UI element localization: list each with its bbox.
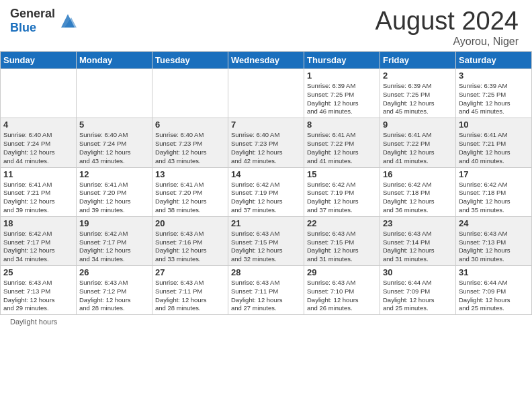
day-number: 23 — [383, 218, 453, 228]
calendar-cell — [1, 69, 77, 118]
day-info: Sunrise: 6:40 AMSunset: 7:24 PMDaylight:… — [3, 131, 55, 164]
month-year-title: August 2024 — [375, 7, 519, 36]
day-info: Sunrise: 6:41 AMSunset: 7:21 PMDaylight:… — [459, 131, 511, 164]
calendar-cell: 30Sunrise: 6:44 AMSunset: 7:09 PMDayligh… — [380, 266, 456, 315]
calendar-cell: 16Sunrise: 6:42 AMSunset: 7:18 PMDayligh… — [380, 167, 456, 216]
calendar-cell: 28Sunrise: 6:43 AMSunset: 7:11 PMDayligh… — [228, 266, 304, 315]
day-info: Sunrise: 6:42 AMSunset: 7:19 PMDaylight:… — [307, 181, 359, 214]
day-number: 29 — [307, 267, 377, 277]
location-title: Ayorou, Niger — [375, 36, 519, 48]
calendar-cell: 18Sunrise: 6:42 AMSunset: 7:17 PMDayligh… — [1, 216, 77, 265]
footer: Daylight hours — [0, 315, 532, 328]
calendar-cell: 3Sunrise: 6:39 AMSunset: 7:25 PMDaylight… — [456, 69, 532, 118]
day-of-week-header: Friday — [380, 52, 456, 69]
day-number: 14 — [231, 169, 301, 179]
day-info: Sunrise: 6:42 AMSunset: 7:17 PMDaylight:… — [3, 230, 55, 263]
day-number: 26 — [79, 267, 149, 277]
day-number: 15 — [307, 169, 377, 179]
day-number: 11 — [3, 169, 73, 179]
calendar-table: SundayMondayTuesdayWednesdayThursdayFrid… — [0, 51, 532, 315]
day-number: 6 — [155, 120, 225, 130]
day-number: 13 — [155, 169, 225, 179]
day-number: 18 — [3, 218, 73, 228]
calendar-cell: 8Sunrise: 6:41 AMSunset: 7:22 PMDaylight… — [304, 118, 380, 167]
calendar-cell: 24Sunrise: 6:43 AMSunset: 7:13 PMDayligh… — [456, 216, 532, 265]
day-info: Sunrise: 6:42 AMSunset: 7:19 PMDaylight:… — [231, 181, 283, 214]
day-info: Sunrise: 6:41 AMSunset: 7:22 PMDaylight:… — [383, 131, 435, 164]
calendar-cell: 23Sunrise: 6:43 AMSunset: 7:14 PMDayligh… — [380, 216, 456, 265]
day-of-week-header: Thursday — [304, 52, 380, 69]
calendar-cell: 17Sunrise: 6:42 AMSunset: 7:18 PMDayligh… — [456, 167, 532, 216]
title-section: August 2024 Ayorou, Niger — [375, 7, 519, 48]
day-info: Sunrise: 6:41 AMSunset: 7:20 PMDaylight:… — [79, 181, 131, 214]
calendar-cell: 15Sunrise: 6:42 AMSunset: 7:19 PMDayligh… — [304, 167, 380, 216]
calendar-cell: 6Sunrise: 6:40 AMSunset: 7:23 PMDaylight… — [152, 118, 228, 167]
logo-icon — [58, 11, 78, 31]
calendar-cell: 20Sunrise: 6:43 AMSunset: 7:16 PMDayligh… — [152, 216, 228, 265]
day-number: 9 — [383, 120, 453, 130]
day-of-week-header: Monday — [77, 52, 152, 69]
day-info: Sunrise: 6:43 AMSunset: 7:12 PMDaylight:… — [79, 279, 131, 312]
calendar-cell: 25Sunrise: 6:43 AMSunset: 7:13 PMDayligh… — [1, 266, 77, 315]
calendar-week-row: 11Sunrise: 6:41 AMSunset: 7:21 PMDayligh… — [1, 167, 532, 216]
calendar-cell: 1Sunrise: 6:39 AMSunset: 7:25 PMDaylight… — [304, 69, 380, 118]
calendar-cell — [77, 69, 152, 118]
calendar-cell: 26Sunrise: 6:43 AMSunset: 7:12 PMDayligh… — [77, 266, 152, 315]
day-number: 4 — [3, 120, 73, 130]
calendar-cell: 19Sunrise: 6:42 AMSunset: 7:17 PMDayligh… — [77, 216, 152, 265]
day-number: 5 — [79, 120, 149, 130]
day-info: Sunrise: 6:41 AMSunset: 7:20 PMDaylight:… — [155, 181, 207, 214]
calendar-cell — [228, 69, 304, 118]
day-of-week-header: Sunday — [1, 52, 77, 69]
day-info: Sunrise: 6:42 AMSunset: 7:18 PMDaylight:… — [459, 181, 511, 214]
day-number: 10 — [459, 120, 529, 130]
day-number: 25 — [3, 267, 73, 277]
calendar-week-row: 4Sunrise: 6:40 AMSunset: 7:24 PMDaylight… — [1, 118, 532, 167]
day-info: Sunrise: 6:39 AMSunset: 7:25 PMDaylight:… — [307, 82, 359, 115]
calendar-cell: 22Sunrise: 6:43 AMSunset: 7:15 PMDayligh… — [304, 216, 380, 265]
day-of-week-header: Saturday — [456, 52, 532, 69]
calendar-cell: 31Sunrise: 6:44 AMSunset: 7:09 PMDayligh… — [456, 266, 532, 315]
logo: General Blue — [10, 7, 78, 35]
day-number: 1 — [307, 71, 377, 81]
day-info: Sunrise: 6:43 AMSunset: 7:14 PMDaylight:… — [383, 230, 435, 263]
day-info: Sunrise: 6:43 AMSunset: 7:16 PMDaylight:… — [155, 230, 207, 263]
day-info: Sunrise: 6:42 AMSunset: 7:18 PMDaylight:… — [383, 181, 435, 214]
calendar-cell: 2Sunrise: 6:39 AMSunset: 7:25 PMDaylight… — [380, 69, 456, 118]
calendar-cell: 5Sunrise: 6:40 AMSunset: 7:24 PMDaylight… — [77, 118, 152, 167]
daylight-label: Daylight hours — [10, 318, 57, 326]
day-info: Sunrise: 6:43 AMSunset: 7:13 PMDaylight:… — [3, 279, 55, 312]
day-number: 22 — [307, 218, 377, 228]
day-info: Sunrise: 6:40 AMSunset: 7:23 PMDaylight:… — [155, 131, 207, 164]
logo-blue: Blue — [10, 21, 55, 35]
calendar-cell: 27Sunrise: 6:43 AMSunset: 7:11 PMDayligh… — [152, 266, 228, 315]
day-info: Sunrise: 6:43 AMSunset: 7:15 PMDaylight:… — [307, 230, 359, 263]
header: General Blue August 2024 Ayorou, Niger — [0, 0, 532, 51]
day-number: 28 — [231, 267, 301, 277]
day-info: Sunrise: 6:43 AMSunset: 7:11 PMDaylight:… — [231, 279, 283, 312]
calendar-cell — [152, 69, 228, 118]
day-info: Sunrise: 6:44 AMSunset: 7:09 PMDaylight:… — [459, 279, 511, 312]
calendar-cell: 11Sunrise: 6:41 AMSunset: 7:21 PMDayligh… — [1, 167, 77, 216]
calendar-cell: 10Sunrise: 6:41 AMSunset: 7:21 PMDayligh… — [456, 118, 532, 167]
day-number: 2 — [383, 71, 453, 81]
day-info: Sunrise: 6:40 AMSunset: 7:23 PMDaylight:… — [231, 131, 283, 164]
day-info: Sunrise: 6:43 AMSunset: 7:13 PMDaylight:… — [459, 230, 511, 263]
day-number: 8 — [307, 120, 377, 130]
day-info: Sunrise: 6:43 AMSunset: 7:11 PMDaylight:… — [155, 279, 207, 312]
calendar-cell: 14Sunrise: 6:42 AMSunset: 7:19 PMDayligh… — [228, 167, 304, 216]
day-number: 31 — [459, 267, 529, 277]
day-info: Sunrise: 6:41 AMSunset: 7:22 PMDaylight:… — [307, 131, 359, 164]
day-of-week-header: Tuesday — [152, 52, 228, 69]
logo-general: General — [10, 7, 55, 21]
day-number: 17 — [459, 169, 529, 179]
calendar-cell: 4Sunrise: 6:40 AMSunset: 7:24 PMDaylight… — [1, 118, 77, 167]
day-number: 27 — [155, 267, 225, 277]
calendar-cell: 7Sunrise: 6:40 AMSunset: 7:23 PMDaylight… — [228, 118, 304, 167]
day-info: Sunrise: 6:39 AMSunset: 7:25 PMDaylight:… — [459, 82, 511, 115]
day-number: 16 — [383, 169, 453, 179]
day-number: 24 — [459, 218, 529, 228]
day-number: 7 — [231, 120, 301, 130]
day-number: 12 — [79, 169, 149, 179]
calendar-header-row: SundayMondayTuesdayWednesdayThursdayFrid… — [1, 52, 532, 69]
